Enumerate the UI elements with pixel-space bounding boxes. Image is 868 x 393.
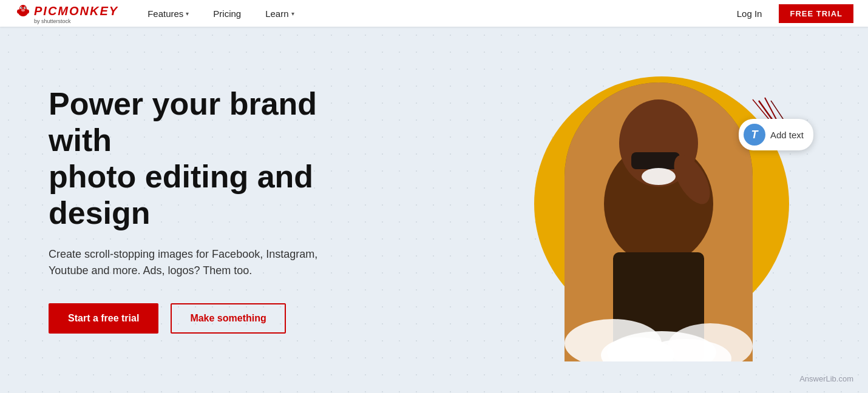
hero-subtitle: Create scroll-stopping images for Facebo…	[49, 246, 340, 279]
add-text-label: Add text	[770, 130, 804, 140]
svg-point-8	[21, 9, 25, 12]
free-trial-button[interactable]: FREE TRIAL	[779, 4, 853, 23]
nav-features-label: Features	[147, 8, 183, 19]
start-free-trial-button[interactable]: Start a free trial	[49, 303, 158, 334]
nav-links: Features ▾ Pricing Learn ▾	[138, 5, 303, 22]
logo-monkey-icon	[15, 2, 32, 19]
navbar-left: PICMONKEY by shutterstock Features ▾ Pri…	[15, 2, 304, 24]
nav-item-pricing[interactable]: Pricing	[203, 5, 251, 22]
nav-item-features[interactable]: Features ▾	[138, 5, 198, 22]
hero-buttons: Start a free trial Make something	[49, 303, 388, 334]
hero-section: Power your brand with photo editing and …	[0, 27, 868, 393]
nav-item-learn[interactable]: Learn ▾	[256, 5, 303, 22]
logo-text: PICMONKEY	[15, 2, 118, 19]
hero-title-line2: photo editing and design	[49, 159, 313, 230]
hero-title-line1: Power your brand with	[49, 86, 317, 158]
make-something-button[interactable]: Make something	[171, 303, 285, 334]
logo[interactable]: PICMONKEY by shutterstock	[15, 2, 118, 24]
add-text-tooltip[interactable]: T Add text	[739, 119, 813, 150]
watermark: AnswerLib.com	[799, 374, 853, 383]
navbar: PICMONKEY by shutterstock Features ▾ Pri…	[0, 0, 868, 27]
navbar-right: Log In FREE TRIAL	[730, 4, 853, 23]
login-button[interactable]: Log In	[730, 5, 770, 22]
svg-rect-16	[631, 152, 680, 169]
chevron-down-icon: ▾	[186, 10, 189, 17]
nav-pricing-label: Pricing	[213, 8, 241, 19]
nav-learn-label: Learn	[265, 8, 288, 19]
svg-point-6	[21, 7, 22, 8]
svg-point-18	[642, 168, 676, 185]
logo-subtitle: by shutterstock	[34, 18, 71, 24]
svg-point-7	[25, 7, 26, 8]
hero-title: Power your brand with photo editing and …	[49, 86, 388, 231]
hero-image-area: T Add text	[504, 58, 819, 361]
logo-name: PICMONKEY	[34, 4, 118, 18]
text-icon: T	[744, 124, 765, 146]
hero-left: Power your brand with photo editing and …	[49, 86, 388, 333]
chevron-down-icon: ▾	[291, 10, 294, 17]
